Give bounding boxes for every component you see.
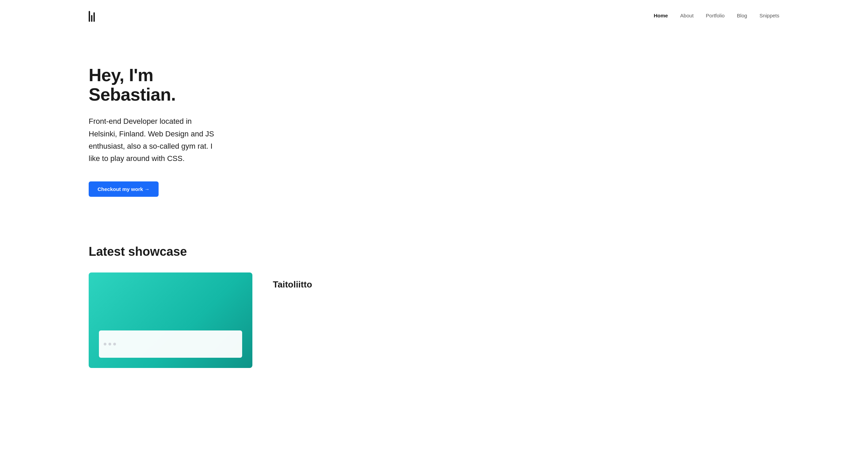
nav-item-snippets[interactable]: Snippets [760,13,779,19]
main-nav: Home About Portfolio Blog Snippets [0,0,868,31]
showcase-heading: Latest showcase [89,245,779,259]
nav-link-home[interactable]: Home [654,13,668,18]
logo-bar-1 [89,11,90,22]
logo-icon [89,10,95,22]
hero-heading: Hey, I'm Sebastian. [89,65,218,104]
nav-link-snippets[interactable]: Snippets [760,13,779,18]
nav-link-about[interactable]: About [680,13,693,18]
hero-section: Hey, I'm Sebastian. Front-end Developer … [0,31,307,224]
browser-bar [99,330,242,358]
showcase-title: Taitoliitto [273,279,312,290]
logo-bar-2 [91,15,92,22]
hero-description: Front-end Developer located in Helsinki,… [89,115,218,165]
nav-links: Home About Portfolio Blog Snippets [654,13,779,19]
nav-item-about[interactable]: About [680,13,693,19]
nav-item-blog[interactable]: Blog [737,13,747,19]
browser-dot-3 [113,343,116,345]
checkout-work-button[interactable]: Checkout my work → [89,181,159,197]
showcase-thumbnail[interactable] [89,272,252,368]
browser-dot-1 [104,343,106,345]
showcase-section: Latest showcase Taitoliitto [0,224,868,388]
showcase-info: Taitoliitto [273,272,312,290]
nav-item-home[interactable]: Home [654,13,668,19]
site-logo[interactable] [89,10,95,22]
logo-bar-3 [93,12,95,22]
nav-item-portfolio[interactable]: Portfolio [706,13,725,19]
showcase-card: Taitoliitto [89,272,779,368]
nav-link-portfolio[interactable]: Portfolio [706,13,725,18]
browser-dot-2 [108,343,111,345]
nav-link-blog[interactable]: Blog [737,13,747,18]
